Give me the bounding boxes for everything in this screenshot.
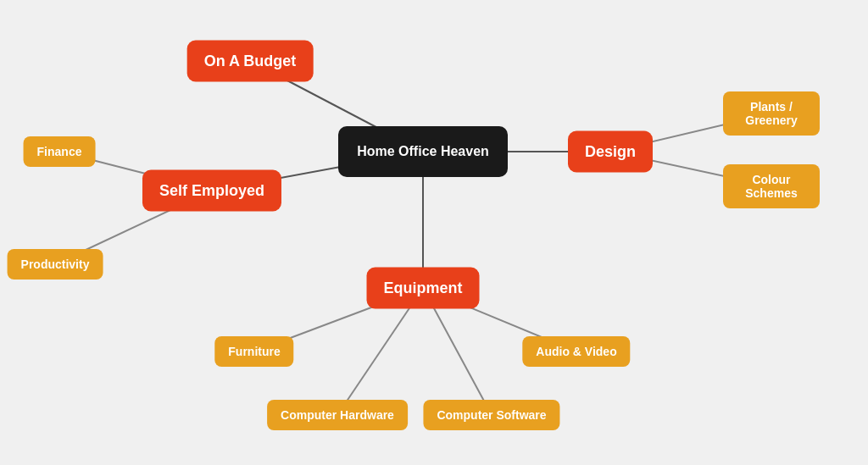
node-on-a-budget[interactable]: On A Budget <box>187 41 314 82</box>
mind-map: Home Office HeavenOn A BudgetSelf Employ… <box>0 0 868 465</box>
connections-svg <box>0 0 868 465</box>
node-finance[interactable]: Finance <box>24 136 96 167</box>
node-computer-hardware[interactable]: Computer Hardware <box>267 400 408 430</box>
node-computer-software[interactable]: Computer Software <box>423 400 559 430</box>
node-center[interactable]: Home Office Heaven <box>338 126 508 177</box>
node-furniture[interactable]: Furniture <box>214 336 293 367</box>
node-equipment[interactable]: Equipment <box>367 268 480 309</box>
node-plants-greenery[interactable]: Plants / Greenery <box>723 91 820 136</box>
node-audio-video[interactable]: Audio & Video <box>522 336 630 367</box>
node-colour-schemes[interactable]: Colour Schemes <box>723 164 820 208</box>
node-self-employed[interactable]: Self Employed <box>142 170 281 212</box>
node-design[interactable]: Design <box>568 131 653 173</box>
node-productivity[interactable]: Productivity <box>8 249 103 280</box>
